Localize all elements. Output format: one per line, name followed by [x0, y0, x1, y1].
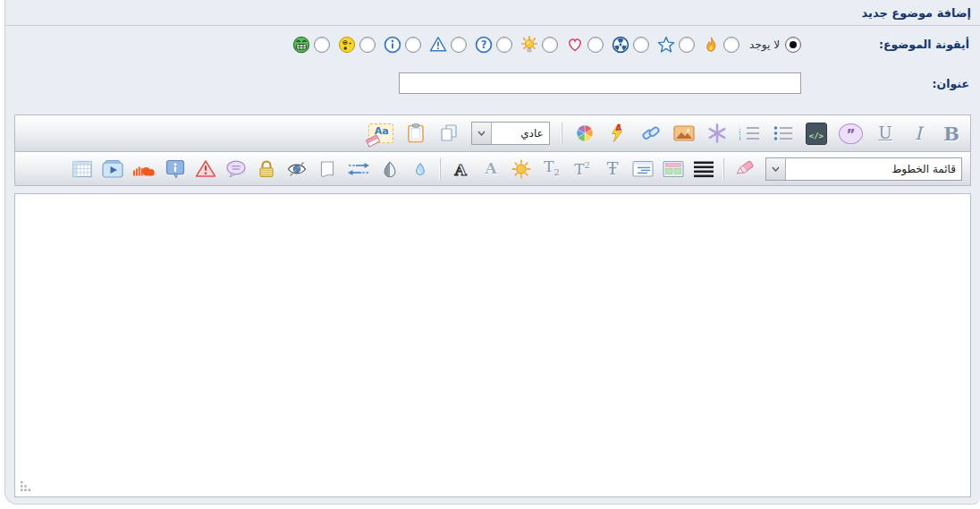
quote-button[interactable]: ” [839, 121, 863, 146]
topic-icon-radio-grin[interactable] [314, 37, 330, 53]
direction-arrows-icon [347, 160, 370, 178]
font-family-select[interactable]: قائمة الخطوط [765, 157, 962, 181]
title-label: عنوان: [801, 77, 980, 90]
copy-button[interactable] [438, 121, 460, 146]
page-curl-button[interactable] [317, 157, 338, 182]
color-droplet-button[interactable] [410, 157, 431, 182]
ordered-list-button[interactable]: 123 [739, 121, 761, 146]
table-button[interactable] [72, 157, 93, 182]
ordered-list-icon: 123 [739, 124, 761, 142]
opacity-droplet-button[interactable] [379, 157, 401, 182]
font-family-select-value: قائمة الخطوط [786, 158, 961, 180]
paragraph-box-button[interactable] [632, 157, 654, 182]
link-icon [640, 124, 662, 142]
italic-button[interactable]: I [908, 121, 929, 146]
comment-bubble-icon [225, 159, 247, 179]
superscript-button[interactable]: T2 [571, 157, 593, 182]
eye-slash-icon [286, 160, 308, 178]
topic-icon-radio-question[interactable] [496, 37, 512, 53]
editor-content[interactable] [14, 193, 971, 497]
lightbulb-icon [520, 36, 538, 54]
remove-format-icon: Aa [368, 123, 393, 143]
italic-icon: I [915, 124, 922, 142]
info-circle-icon [384, 36, 401, 54]
remove-format-button[interactable]: Aa [368, 121, 393, 146]
topic-icon-option-wink[interactable] [338, 36, 376, 54]
topic-icon-radio-radiation[interactable] [633, 37, 649, 53]
topic-icon-radio-info[interactable] [405, 37, 421, 53]
comment-button[interactable] [225, 157, 247, 182]
topic-icon-option-radiation[interactable] [612, 36, 649, 54]
shadow-letter-button[interactable]: A [480, 157, 502, 182]
info-box-button[interactable] [165, 157, 186, 182]
topic-icon-radio-lightbulb[interactable] [542, 37, 558, 53]
hidden-text-button[interactable] [286, 157, 308, 182]
asterisk-icon [707, 123, 727, 143]
toolbar-separator [562, 123, 562, 144]
sun-icon [511, 159, 532, 179]
topic-icon-option-grin[interactable] [292, 36, 330, 54]
lock-icon [257, 159, 276, 179]
font-size-select[interactable]: عادي [471, 122, 550, 145]
unordered-list-button[interactable] [773, 121, 794, 146]
sun-glow-button[interactable] [511, 157, 532, 182]
topic-icon-option-none[interactable]: لا يوجد [748, 37, 801, 53]
font-color-button[interactable] [574, 121, 596, 146]
toolbar-row-1: B I U ” </> 123 A عادي Aa [15, 115, 970, 152]
insert-image-button[interactable] [673, 121, 695, 146]
font-family-select-arrow[interactable] [766, 158, 786, 180]
highlighter-button[interactable] [733, 157, 756, 182]
topic-icon-radio-none[interactable] [785, 37, 801, 53]
paragraph-box-icon [632, 160, 654, 178]
code-button[interactable]: </> [806, 121, 827, 146]
topic-icon-radio-heart[interactable] [587, 37, 604, 53]
warning-box-button[interactable] [195, 157, 216, 182]
soundcloud-button[interactable] [132, 157, 156, 182]
code-icon: </> [806, 123, 827, 145]
lock-content-button[interactable] [256, 157, 277, 182]
topic-icon-option-info[interactable] [384, 36, 421, 54]
flame-icon [703, 36, 720, 54]
color-wheel-icon [574, 124, 596, 142]
superscript-icon: T2 [574, 161, 590, 177]
outline-letter-button[interactable]: A [450, 157, 471, 182]
topic-icon-option-heart[interactable] [566, 36, 604, 53]
topic-icon-option-flame[interactable] [703, 36, 739, 54]
text-direction-button[interactable] [347, 157, 370, 182]
page-curl-icon [317, 160, 337, 178]
topic-icon-option-star[interactable] [657, 36, 695, 54]
svg-text:A: A [615, 123, 621, 132]
topic-icon-option-question[interactable]: ? [475, 36, 512, 54]
topic-icon-options: لا يوجد [5, 36, 801, 54]
topic-icon-radio-star[interactable] [679, 37, 695, 53]
font-size-select-arrow[interactable] [472, 123, 492, 144]
topic-icon-option-lightbulb[interactable] [520, 36, 558, 54]
font-size-select-value: عادي [492, 123, 549, 144]
layout-template-button[interactable] [663, 157, 684, 182]
video-button[interactable] [102, 157, 123, 182]
insert-link-button[interactable] [640, 121, 662, 146]
topic-icon-radio-flame[interactable] [723, 37, 739, 53]
paste-button[interactable] [405, 121, 427, 146]
underline-button[interactable]: U [874, 121, 896, 146]
editor-toolbar: B I U ” </> 123 A عادي Aa [14, 115, 971, 186]
grin-smiley-icon [292, 36, 310, 54]
title-input[interactable] [399, 72, 801, 94]
asterisk-button[interactable] [706, 121, 728, 146]
highlighter-icon [733, 159, 756, 179]
strikethrough-button[interactable]: Ŧ [602, 157, 623, 182]
layout-template-icon [663, 160, 684, 178]
lightning-icon: A [607, 123, 629, 143]
subscript-button[interactable]: T2 [541, 157, 562, 182]
topic-icon-radio-wink[interactable] [359, 37, 376, 53]
justify-button[interactable] [693, 157, 714, 182]
resize-grip[interactable] [21, 481, 31, 492]
topic-icon-radio-warning[interactable] [451, 37, 467, 53]
text-glow-button[interactable]: A [607, 121, 629, 146]
title-content [5, 72, 801, 94]
bold-button[interactable]: B [941, 121, 962, 146]
topic-icon-option-warning[interactable] [429, 36, 467, 53]
unordered-list-icon [773, 124, 794, 142]
soundcloud-icon [132, 160, 156, 178]
question-circle-icon: ? [475, 36, 493, 54]
